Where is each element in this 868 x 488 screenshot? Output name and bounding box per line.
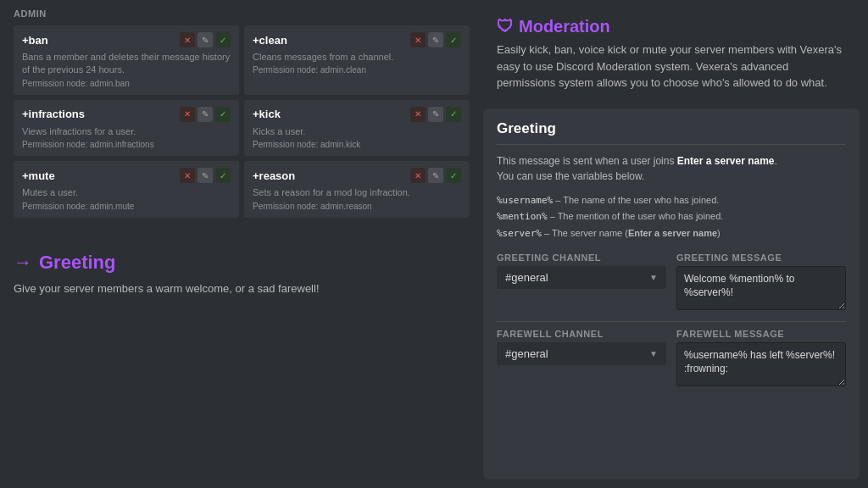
greeting-title: → Greeting <box>14 252 470 274</box>
farewell-message-input[interactable]: %username% has left %server%! :frowning: <box>676 342 846 386</box>
command-perm: Permission node: admin.kick <box>253 140 461 149</box>
greeting-info-line2: You can use the variables below. <box>497 170 644 182</box>
command-name: +kick <box>253 108 281 120</box>
edit-button[interactable]: ✎ <box>428 32 443 47</box>
enable-button[interactable]: ✓ <box>215 107 231 122</box>
greeting-channel-value: #general <box>505 271 548 284</box>
command-card: +mute ✕ ✎ ✓ Mutes a user. Permission nod… <box>14 161 239 217</box>
moderation-desc: Easily kick, ban, voice kick or mute you… <box>497 42 846 92</box>
command-controls: ✕ ✎ ✓ <box>410 107 461 122</box>
greeting-config-title: Greeting <box>497 120 846 145</box>
greeting-section: → Greeting Give your server members a wa… <box>14 235 470 297</box>
variables-list: %username% – The name of the user who ha… <box>497 192 846 242</box>
greeting-form-row: Greeting Channel #general ▼ Greeting Mes… <box>497 252 846 313</box>
edit-button[interactable]: ✎ <box>428 168 443 183</box>
command-perm: Permission node: admin.mute <box>22 202 231 211</box>
farewell-form-row: Farewell Channel #general ▼ Farewell Mes… <box>497 329 846 389</box>
command-name: +ban <box>22 34 48 47</box>
command-header: +infractions ✕ ✎ ✓ <box>22 107 231 122</box>
command-name: +infractions <box>22 108 85 120</box>
moderation-box: 🛡 Moderation Easily kick, ban, voice kic… <box>483 8 860 100</box>
shield-icon: 🛡 <box>497 17 514 36</box>
command-header: +clean ✕ ✎ ✓ <box>253 32 461 47</box>
disable-button[interactable]: ✕ <box>180 107 195 122</box>
command-card: +reason ✕ ✎ ✓ Sets a reason for a mod lo… <box>244 161 470 217</box>
greeting-channel-select[interactable]: #general ▼ <box>497 266 666 289</box>
greeting-arrow-icon: → <box>14 252 32 274</box>
greeting-message-input[interactable]: Welcome %mention% to %server%! <box>676 266 846 310</box>
edit-button[interactable]: ✎ <box>198 32 213 47</box>
command-card: +kick ✕ ✎ ✓ Kicks a user. Permission nod… <box>244 100 470 156</box>
command-name: +clean <box>253 34 287 47</box>
moderation-title: 🛡 Moderation <box>497 17 846 36</box>
greeting-info: This message is sent when a user joins E… <box>497 153 846 184</box>
variable-username: %username% – The name of the user who ha… <box>497 192 846 209</box>
greeting-channel-col: Greeting Channel #general ▼ <box>497 252 666 313</box>
farewell-channel-col: Farewell Channel #general ▼ <box>497 329 666 389</box>
farewell-message-label: Farewell Message <box>676 329 846 339</box>
command-controls: ✕ ✎ ✓ <box>410 32 461 47</box>
greeting-channel-label: Greeting Channel <box>497 252 666 263</box>
farewell-dropdown-arrow-icon: ▼ <box>649 349 658 358</box>
command-controls: ✕ ✎ ✓ <box>180 107 231 122</box>
edit-button[interactable]: ✎ <box>198 107 213 122</box>
command-perm: Permission node: admin.clean <box>253 65 461 75</box>
divider <box>497 321 846 322</box>
left-panel: ADMIN +ban ✕ ✎ ✓ Bans a member and delet… <box>0 0 483 488</box>
command-name: +mute <box>22 169 55 182</box>
command-desc: Kicks a user. <box>253 125 461 138</box>
enable-button[interactable]: ✓ <box>446 32 461 47</box>
command-header: +reason ✕ ✎ ✓ <box>253 168 461 183</box>
command-desc: Views infractions for a user. <box>22 125 231 138</box>
enable-button[interactable]: ✓ <box>446 168 461 183</box>
greeting-info-line1: This message is sent when a user joins <box>497 155 674 167</box>
variable-server: %server% – The server name (Enter a serv… <box>497 225 846 242</box>
command-perm: Permission node: admin.infractions <box>22 140 231 149</box>
edit-button[interactable]: ✎ <box>198 168 213 183</box>
admin-section-title: ADMIN <box>14 8 470 19</box>
farewell-channel-label: Farewell Channel <box>497 329 666 339</box>
disable-button[interactable]: ✕ <box>180 32 195 47</box>
greeting-message-label: Greeting Message <box>676 252 846 263</box>
disable-button[interactable]: ✕ <box>410 168 426 183</box>
command-perm: Permission node: admin.ban <box>22 79 231 88</box>
command-perm: Permission node: admin.reason <box>253 202 461 211</box>
command-desc: Mutes a user. <box>22 186 231 199</box>
command-desc: Sets a reason for a mod log infraction. <box>253 186 461 199</box>
command-card: +ban ✕ ✎ ✓ Bans a member and deletes the… <box>14 25 239 95</box>
command-desc: Cleans messages from a channel. <box>253 51 461 64</box>
variable-mention: %mention% – The mention of the user who … <box>497 208 846 225</box>
farewell-message-col: Farewell Message %username% has left %se… <box>676 329 846 389</box>
edit-button[interactable]: ✎ <box>428 107 443 122</box>
enable-button[interactable]: ✓ <box>215 32 231 47</box>
farewell-channel-value: #general <box>505 347 548 360</box>
greeting-desc: Give your server members a warm welcome,… <box>14 280 470 297</box>
greeting-server-name: Enter a server name <box>677 155 775 167</box>
command-controls: ✕ ✎ ✓ <box>180 32 231 47</box>
command-controls: ✕ ✎ ✓ <box>180 168 231 183</box>
disable-button[interactable]: ✕ <box>410 32 426 47</box>
command-controls: ✕ ✎ ✓ <box>410 168 461 183</box>
greeting-message-col: Greeting Message Welcome %mention% to %s… <box>676 252 846 313</box>
command-header: +kick ✕ ✎ ✓ <box>253 107 461 122</box>
disable-button[interactable]: ✕ <box>410 107 426 122</box>
dropdown-arrow-icon: ▼ <box>649 273 658 282</box>
farewell-channel-select[interactable]: #general ▼ <box>497 342 666 365</box>
command-name: +reason <box>253 169 295 182</box>
greeting-config-box: Greeting This message is sent when a use… <box>483 108 860 480</box>
commands-grid: +ban ✕ ✎ ✓ Bans a member and deletes the… <box>14 25 470 218</box>
right-panel: 🛡 Moderation Easily kick, ban, voice kic… <box>483 0 868 488</box>
disable-button[interactable]: ✕ <box>180 168 195 183</box>
command-header: +mute ✕ ✎ ✓ <box>22 168 231 183</box>
enable-button[interactable]: ✓ <box>215 168 231 183</box>
command-header: +ban ✕ ✎ ✓ <box>22 32 231 47</box>
enable-button[interactable]: ✓ <box>446 107 461 122</box>
command-card: +clean ✕ ✎ ✓ Cleans messages from a chan… <box>244 25 470 95</box>
command-desc: Bans a member and deletes their message … <box>22 51 231 77</box>
command-card: +infractions ✕ ✎ ✓ Views infractions for… <box>14 100 239 156</box>
